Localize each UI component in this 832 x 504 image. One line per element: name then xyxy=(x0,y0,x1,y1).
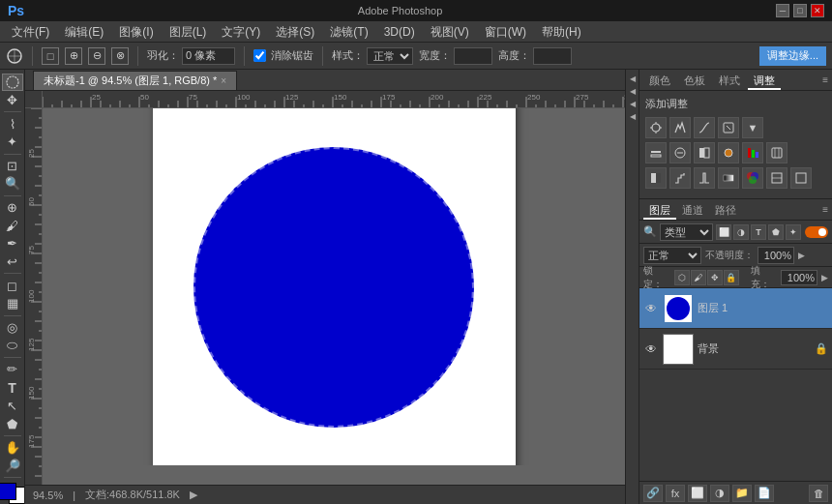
menu-3d[interactable]: 3D(D) xyxy=(376,21,423,43)
antialias-checkbox[interactable] xyxy=(253,49,266,62)
lock-transparent[interactable]: ⬡ xyxy=(674,270,690,285)
tool-clone[interactable]: ✒ xyxy=(2,235,23,252)
adjust-edge-button[interactable]: 调整边缘... xyxy=(759,46,826,66)
adj-extra2[interactable] xyxy=(790,167,812,189)
adj-channel-mixer[interactable] xyxy=(742,142,763,163)
rect-marquee-option[interactable]: □ xyxy=(42,47,59,65)
tool-gradient[interactable]: ▦ xyxy=(2,295,23,312)
menu-help[interactable]: 帮助(H) xyxy=(534,21,589,43)
add-mask-btn[interactable]: ⬜ xyxy=(688,485,707,502)
minimize-button[interactable]: ─ xyxy=(776,4,789,17)
intersect-option[interactable]: ⊗ xyxy=(111,47,129,65)
panel-arrow-3[interactable]: ◀ xyxy=(628,99,638,108)
menu-layer[interactable]: 图层(L) xyxy=(162,21,215,43)
tab-paths[interactable]: 路径 xyxy=(709,200,742,220)
panel-menu-icon[interactable]: ≡ xyxy=(822,74,828,85)
adj-brightness[interactable] xyxy=(645,117,667,138)
filter-type-select[interactable]: 类型 xyxy=(660,223,713,241)
tool-dodge[interactable]: ⬭ xyxy=(2,337,23,354)
tab-color[interactable]: 颜色 xyxy=(643,71,676,90)
layer-bg-visibility[interactable]: 👁 xyxy=(643,341,659,357)
foreground-color[interactable] xyxy=(0,483,16,500)
tab-channels[interactable]: 通道 xyxy=(676,200,709,220)
tab-close[interactable]: × xyxy=(221,75,226,86)
adj-selective-color[interactable] xyxy=(742,167,763,189)
adj-levels[interactable] xyxy=(669,117,691,138)
menu-window[interactable]: 窗口(W) xyxy=(477,21,534,43)
adj-extra1[interactable] xyxy=(766,167,787,189)
subtract-option[interactable]: ⊖ xyxy=(88,47,105,65)
menu-file[interactable]: 文件(F) xyxy=(4,21,57,43)
new-adjustment-btn[interactable]: ◑ xyxy=(710,485,729,502)
blend-mode-select[interactable]: 正常 xyxy=(643,247,701,264)
tool-eyedropper[interactable]: 🔍 xyxy=(2,175,23,193)
adj-exposure[interactable] xyxy=(718,117,739,138)
tool-lasso[interactable]: ⌇ xyxy=(2,115,23,133)
tab-layers[interactable]: 图层 xyxy=(643,200,676,220)
menu-edit[interactable]: 编辑(E) xyxy=(57,21,111,43)
layer-1-visibility[interactable]: 👁 xyxy=(643,301,659,316)
tab-styles[interactable]: 样式 xyxy=(713,71,746,90)
filter-pixel-icon[interactable]: ⬜ xyxy=(716,224,731,240)
adj-posterize[interactable] xyxy=(669,167,691,189)
tool-eraser[interactable]: ◻ xyxy=(2,277,23,294)
filter-toggle[interactable] xyxy=(805,226,828,238)
layer-row-bg[interactable]: 👁 背景 🔒 xyxy=(639,329,832,370)
adj-triangle[interactable]: ▼ xyxy=(742,117,763,138)
tool-type[interactable]: T xyxy=(2,379,23,397)
tab-swatches[interactable]: 色板 xyxy=(678,71,711,90)
adj-photo-filter[interactable] xyxy=(718,142,739,163)
feather-input[interactable] xyxy=(182,47,235,65)
adj-curves[interactable] xyxy=(694,117,715,138)
adj-color-balance[interactable] xyxy=(669,142,691,163)
lock-all[interactable]: 🔒 xyxy=(724,270,739,285)
tool-shape[interactable]: ⬟ xyxy=(2,415,23,432)
filter-type-icon[interactable]: T xyxy=(751,224,766,240)
canvas-content[interactable] xyxy=(43,108,625,465)
filter-smart-icon[interactable]: ✦ xyxy=(786,224,801,240)
tool-zoom[interactable]: 🔎 xyxy=(2,457,23,474)
adj-threshold[interactable] xyxy=(694,167,715,189)
panel-arrow-up[interactable]: ◀ xyxy=(628,74,638,83)
opacity-input[interactable] xyxy=(758,247,794,264)
tool-marquee[interactable] xyxy=(2,74,23,91)
tab-adjustments[interactable]: 调整 xyxy=(748,71,781,90)
document-tab[interactable]: 未标题-1 @ 94.5% (图层 1, RGB/8) * × xyxy=(33,71,237,90)
adj-color-lookup[interactable] xyxy=(766,142,787,163)
antialias-option[interactable]: 消除锯齿 xyxy=(253,48,313,63)
link-layers-btn[interactable]: 🔗 xyxy=(643,485,663,502)
new-group-btn[interactable]: 📁 xyxy=(732,485,752,502)
height-input[interactable] xyxy=(533,47,572,65)
adj-invert[interactable] xyxy=(645,167,667,189)
status-arrow[interactable]: ▶ xyxy=(190,489,197,501)
menu-view[interactable]: 视图(V) xyxy=(423,21,477,43)
menu-select[interactable]: 选择(S) xyxy=(268,21,322,43)
style-select[interactable]: 正常 xyxy=(367,47,413,65)
menu-filter[interactable]: 滤镜(T) xyxy=(322,21,375,43)
close-button[interactable]: ✕ xyxy=(811,4,824,17)
delete-layer-btn[interactable]: 🗑 xyxy=(809,485,828,502)
tool-path-select[interactable]: ↖ xyxy=(2,398,23,415)
layers-panel-menu[interactable]: ≡ xyxy=(822,204,828,215)
tool-move[interactable]: ✥ xyxy=(2,92,23,109)
tool-blur[interactable]: ◎ xyxy=(2,318,23,336)
tool-pen[interactable]: ✏ xyxy=(2,361,23,378)
adj-hue-sat[interactable] xyxy=(645,142,667,163)
tool-magic-wand[interactable]: ✦ xyxy=(2,133,23,151)
menu-image[interactable]: 图像(I) xyxy=(111,21,161,43)
menu-type[interactable]: 文字(Y) xyxy=(214,21,268,43)
lock-move[interactable]: ✥ xyxy=(707,270,723,285)
tool-crop[interactable]: ⊡ xyxy=(2,157,23,174)
lock-paint[interactable]: 🖌 xyxy=(691,270,706,285)
new-layer-btn[interactable]: 📄 xyxy=(755,485,774,502)
tool-hand[interactable]: ✋ xyxy=(2,439,23,457)
width-input[interactable] xyxy=(454,47,492,65)
tool-history-brush[interactable]: ↩ xyxy=(2,253,23,271)
adj-gradient-map[interactable] xyxy=(718,167,739,189)
layer-style-btn[interactable]: fx xyxy=(666,485,685,502)
adj-bw[interactable] xyxy=(694,142,715,163)
layer-row-1[interactable]: 👁 图层 1 xyxy=(639,288,832,329)
panel-arrow-2[interactable]: ◀ xyxy=(628,86,638,96)
add-option[interactable]: ⊕ xyxy=(65,47,82,65)
tool-healing[interactable]: ⊕ xyxy=(2,199,23,217)
